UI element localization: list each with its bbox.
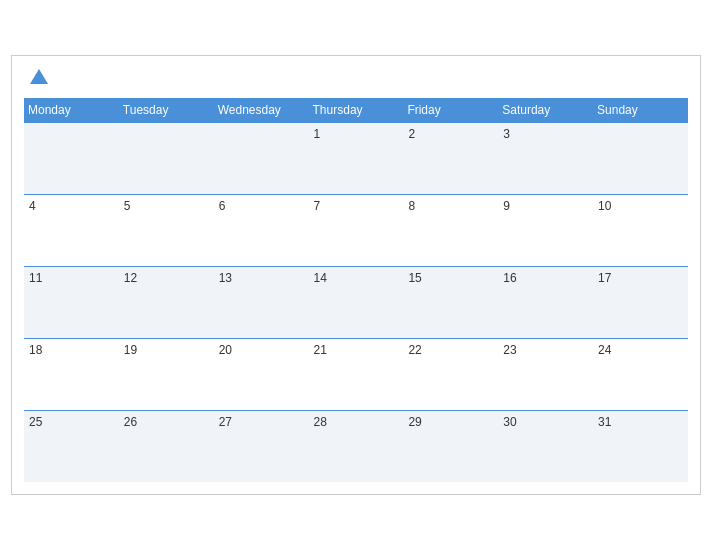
day-number: 6	[219, 199, 226, 213]
calendar-cell: 1	[309, 122, 404, 194]
day-number: 9	[503, 199, 510, 213]
calendar-cell: 14	[309, 266, 404, 338]
day-number: 28	[314, 415, 327, 429]
day-number: 25	[29, 415, 42, 429]
day-number: 30	[503, 415, 516, 429]
calendar-cell: 21	[309, 338, 404, 410]
day-number: 1	[314, 127, 321, 141]
day-number: 31	[598, 415, 611, 429]
calendar-cell: 11	[24, 266, 119, 338]
day-header-saturday: Saturday	[498, 98, 593, 123]
calendar-cell: 9	[498, 194, 593, 266]
day-header-tuesday: Tuesday	[119, 98, 214, 123]
day-number: 8	[408, 199, 415, 213]
calendar-cell	[119, 122, 214, 194]
day-number: 17	[598, 271, 611, 285]
calendar-cell: 28	[309, 410, 404, 482]
calendar-cell: 22	[403, 338, 498, 410]
calendar-cell: 3	[498, 122, 593, 194]
day-number: 29	[408, 415, 421, 429]
day-number: 22	[408, 343, 421, 357]
calendar-cell: 29	[403, 410, 498, 482]
day-number: 13	[219, 271, 232, 285]
day-headers-row: MondayTuesdayWednesdayThursdayFridaySatu…	[24, 98, 688, 123]
day-number: 16	[503, 271, 516, 285]
logo	[24, 66, 50, 88]
day-header-friday: Friday	[403, 98, 498, 123]
calendar-cell: 7	[309, 194, 404, 266]
calendar-cell: 5	[119, 194, 214, 266]
calendar-header	[24, 66, 688, 88]
calendar-cell: 25	[24, 410, 119, 482]
calendar-cell: 24	[593, 338, 688, 410]
calendar-cell: 19	[119, 338, 214, 410]
week-row-3: 11121314151617	[24, 266, 688, 338]
calendar-cell: 6	[214, 194, 309, 266]
day-number: 19	[124, 343, 137, 357]
day-number: 18	[29, 343, 42, 357]
calendar-container: MondayTuesdayWednesdayThursdayFridaySatu…	[11, 55, 701, 496]
calendar-cell: 15	[403, 266, 498, 338]
calendar-cell	[593, 122, 688, 194]
day-number: 10	[598, 199, 611, 213]
day-number: 3	[503, 127, 510, 141]
day-number: 26	[124, 415, 137, 429]
calendar-cell: 18	[24, 338, 119, 410]
day-number: 15	[408, 271, 421, 285]
day-number: 12	[124, 271, 137, 285]
day-number: 5	[124, 199, 131, 213]
day-number: 11	[29, 271, 42, 285]
week-row-5: 25262728293031	[24, 410, 688, 482]
week-row-1: 123	[24, 122, 688, 194]
day-header-monday: Monday	[24, 98, 119, 123]
calendar-cell: 12	[119, 266, 214, 338]
week-row-4: 18192021222324	[24, 338, 688, 410]
day-number: 21	[314, 343, 327, 357]
svg-marker-0	[30, 69, 48, 84]
calendar-cell: 30	[498, 410, 593, 482]
calendar-cell: 13	[214, 266, 309, 338]
calendar-cell: 4	[24, 194, 119, 266]
calendar-cell	[214, 122, 309, 194]
day-number: 4	[29, 199, 36, 213]
day-header-sunday: Sunday	[593, 98, 688, 123]
calendar-cell: 8	[403, 194, 498, 266]
day-number: 23	[503, 343, 516, 357]
calendar-table: MondayTuesdayWednesdayThursdayFridaySatu…	[24, 98, 688, 483]
calendar-cell	[24, 122, 119, 194]
logo-icon	[28, 66, 50, 88]
calendar-cell: 17	[593, 266, 688, 338]
week-row-2: 45678910	[24, 194, 688, 266]
day-number: 14	[314, 271, 327, 285]
day-number: 24	[598, 343, 611, 357]
day-number: 2	[408, 127, 415, 141]
calendar-cell: 23	[498, 338, 593, 410]
day-number: 27	[219, 415, 232, 429]
day-number: 20	[219, 343, 232, 357]
day-header-wednesday: Wednesday	[214, 98, 309, 123]
calendar-cell: 26	[119, 410, 214, 482]
calendar-cell: 10	[593, 194, 688, 266]
calendar-cell: 16	[498, 266, 593, 338]
calendar-cell: 27	[214, 410, 309, 482]
calendar-cell: 20	[214, 338, 309, 410]
day-number: 7	[314, 199, 321, 213]
calendar-cell: 2	[403, 122, 498, 194]
calendar-cell: 31	[593, 410, 688, 482]
day-header-thursday: Thursday	[309, 98, 404, 123]
